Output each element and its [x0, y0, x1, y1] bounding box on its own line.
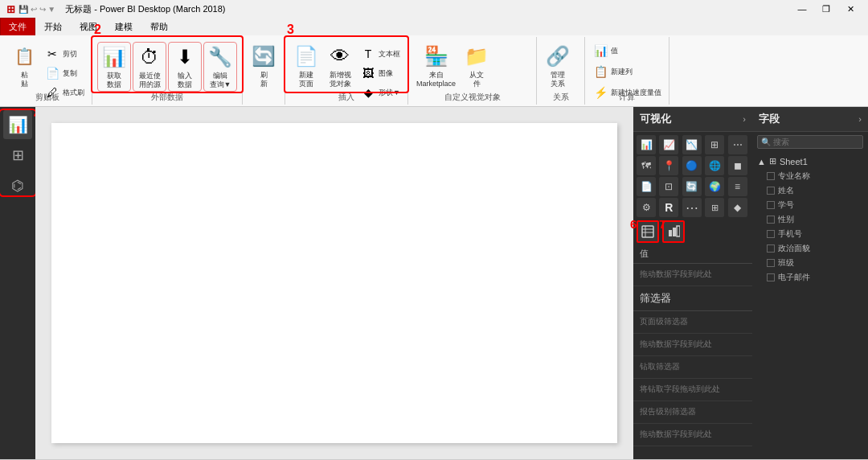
textbox-button[interactable]: T 文本框: [358, 45, 403, 63]
tab-model[interactable]: 建模: [106, 18, 141, 35]
field-checkbox[interactable]: [767, 187, 775, 195]
viz-funnel[interactable]: 📄: [637, 177, 656, 196]
field-专业名称[interactable]: 专业名称: [752, 169, 868, 183]
search-box[interactable]: 🔍: [757, 135, 863, 149]
field-政治面貌[interactable]: 政治面貌: [752, 241, 868, 256]
refresh-button[interactable]: 🔄 刷新: [248, 42, 280, 90]
field-label: 手机号: [778, 228, 802, 240]
tab-file[interactable]: 文件: [0, 18, 35, 35]
quick-access: 💾 ↩ ↪ ▼: [18, 5, 55, 14]
fields-panel: 字段 › 🔍 ▲ ⊞ Sheet1 专业名称: [752, 107, 868, 459]
canvas-page: [51, 123, 617, 443]
field-班级[interactable]: 班级: [752, 256, 868, 270]
tab-home[interactable]: 开始: [35, 18, 71, 35]
field-checkbox[interactable]: [767, 273, 775, 281]
fields-panel-arrow[interactable]: ›: [858, 114, 862, 124]
calculate-label: 计算: [585, 92, 669, 103]
sidebar-data-icon[interactable]: ⊞: [3, 141, 32, 170]
refresh-label: 刷新: [260, 71, 268, 88]
close-button[interactable]: ✕: [839, 2, 862, 16]
manage-relations-icon: 🔗: [545, 43, 571, 69]
custom-visuals-label: 自定义视觉对象: [408, 92, 536, 103]
sidebar-model-icon[interactable]: ⌬: [3, 171, 32, 200]
marketplace-button[interactable]: 🏪 来自Marketplace: [413, 42, 459, 90]
field-label: 电子邮件: [778, 272, 810, 283]
title-bar-controls: — ❐ ✕: [791, 2, 862, 16]
viz-donut[interactable]: 📍: [659, 156, 678, 175]
viz-treemap[interactable]: 🔵: [682, 156, 702, 175]
viz-line-chart[interactable]: 📉: [682, 135, 702, 154]
manage-relations-button[interactable]: 🔗 管理关系: [542, 42, 574, 90]
viz-filled-map[interactable]: ◼: [728, 156, 747, 175]
viz-custom1[interactable]: ⊞: [705, 198, 724, 217]
field-checkbox[interactable]: [767, 244, 775, 253]
viz-map[interactable]: 🌐: [705, 156, 724, 175]
field-checkbox[interactable]: [767, 172, 775, 180]
insert-label: 插入: [285, 92, 407, 103]
field-手机号[interactable]: 手机号: [752, 227, 868, 241]
input-data-button[interactable]: ⬇ 输入数据: [168, 42, 202, 92]
field-姓名[interactable]: 姓名: [752, 183, 868, 198]
viz-kpi[interactable]: 🌍: [705, 177, 724, 196]
group-refresh: 🔄 刷新: [243, 37, 285, 105]
new-visual-icon: 👁: [327, 43, 353, 69]
page-filter-drop[interactable]: 拖动数据字段到此处: [633, 334, 752, 356]
field-checkbox[interactable]: [767, 259, 775, 267]
recent-sources-button[interactable]: ⏱ 最近使用的源: [133, 42, 166, 92]
field-checkbox[interactable]: [767, 201, 775, 209]
edit-query-button[interactable]: 🔧 编辑查询▼: [203, 42, 237, 92]
input-data-icon: ⬇: [172, 44, 198, 70]
viz-matrix[interactable]: R: [659, 198, 678, 217]
new-column-button[interactable]: 📋 新建列: [590, 63, 664, 80]
field-group-header[interactable]: ▲ ⊞ Sheet1: [752, 154, 868, 169]
field-tree: ▲ ⊞ Sheet1 专业名称 姓名 学号: [752, 152, 868, 286]
viz-column-chart[interactable]: 📈: [659, 135, 678, 154]
viz-pie[interactable]: 🗺: [637, 156, 656, 175]
paste-button[interactable]: 📋 粘贴: [8, 42, 40, 90]
new-visual-button[interactable]: 👁 新增视觉对象: [324, 42, 356, 90]
new-page-button[interactable]: 📄 新建页面: [290, 42, 322, 90]
get-data-button[interactable]: 📊 获取数据: [97, 42, 131, 92]
viz-table-icon[interactable]: [637, 220, 659, 243]
maximize-button[interactable]: ❐: [815, 2, 837, 16]
sidebar-report-icon[interactable]: 📊: [3, 110, 32, 139]
field-性别[interactable]: 性别: [752, 212, 868, 227]
viz-slicer[interactable]: ≡: [728, 177, 747, 196]
field-学号[interactable]: 学号: [752, 198, 868, 212]
from-file-button[interactable]: 📁 从文件: [461, 42, 493, 90]
svg-rect-0: [642, 226, 653, 237]
viz-panel-arrow[interactable]: ›: [743, 114, 746, 124]
viz-custom2[interactable]: ◆: [728, 198, 747, 217]
image-button[interactable]: 🖼 图像: [358, 64, 403, 82]
tab-view[interactable]: 视图: [71, 18, 106, 35]
report-filter-drop[interactable]: 拖动数据字段到此处: [633, 424, 752, 446]
field-电子邮件[interactable]: 电子邮件: [752, 270, 868, 285]
left-sidebar: 📊 ⊞ ⌬ 4: [0, 107, 35, 459]
recent-sources-icon: ⏱: [137, 44, 162, 70]
group-clipboard: 📋 粘贴 ✂ 剪切 📄 复制 🖊 格式刷: [3, 37, 92, 105]
group-insert: 📄 新建页面 👁 新增视觉对象 T 文本框 🖼 图像: [285, 37, 408, 105]
viz-bar-chart[interactable]: 📊: [637, 135, 656, 154]
minimize-button[interactable]: —: [791, 2, 813, 16]
value-drop[interactable]: 拖动数据字段到此处: [633, 264, 752, 286]
new-measure-button[interactable]: 📊 值: [590, 42, 664, 60]
viz-card[interactable]: 🔄: [682, 177, 702, 196]
viz-scatter[interactable]: ⋯: [728, 135, 747, 154]
cut-icon: ✂: [44, 46, 60, 62]
viz-waterfall[interactable]: ⋯: [682, 198, 702, 217]
drill-filter-drop[interactable]: 将钻取字段拖动到此处: [633, 379, 752, 401]
field-checkbox[interactable]: [767, 216, 775, 224]
tab-help[interactable]: 帮助: [141, 18, 177, 35]
new-measure-label: 值: [611, 46, 618, 56]
field-checkbox[interactable]: [767, 230, 775, 238]
viz-area-chart[interactable]: ⊞: [705, 135, 724, 154]
filters-section-header: 筛选器: [633, 286, 752, 311]
drill-filter-header: 钻取筛选器: [633, 356, 752, 379]
svg-rect-5: [673, 228, 676, 236]
viz-table[interactable]: ⚙: [637, 198, 656, 217]
cut-button[interactable]: ✂ 剪切: [42, 45, 87, 63]
copy-button[interactable]: 📄 复制: [42, 64, 87, 82]
new-page-label: 新建页面: [299, 71, 313, 88]
viz-gauge[interactable]: ⊡: [659, 177, 678, 196]
search-input[interactable]: [773, 138, 859, 146]
